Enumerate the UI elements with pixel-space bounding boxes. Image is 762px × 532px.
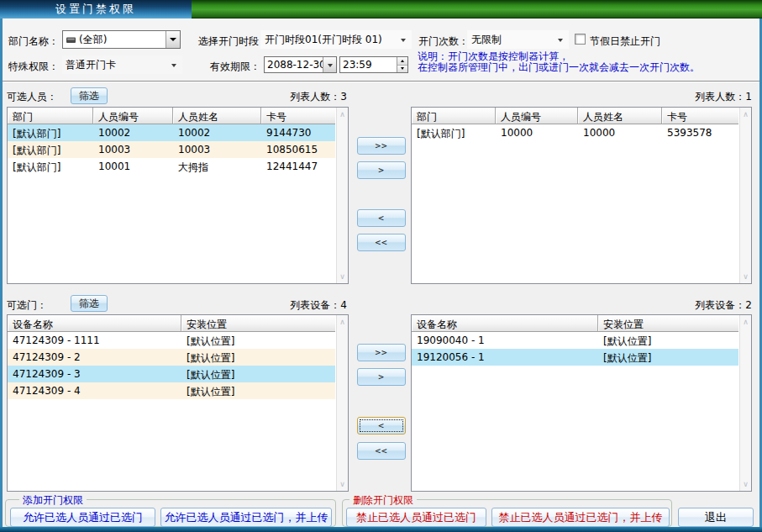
column-header-person-id[interactable]: 人员编号 [93,108,173,124]
scroll-down-icon[interactable]: ∨ [740,272,751,281]
doors-filter-button[interactable]: 筛选 [71,295,108,312]
open-count-combobox[interactable]: 无限制 [467,30,569,49]
table-cell: [默认位置] [181,382,335,399]
table-cell: 47124309 - 3 [8,366,181,382]
people-available-scrollbar[interactable]: ∧ ∨ [336,108,348,283]
column-header-install-location[interactable]: 安装位置 [181,315,335,332]
department-value: (全部) [76,33,166,47]
special-permission-combobox[interactable]: 普通开门卡 [62,55,182,74]
exit-button[interactable]: 退出 [678,508,754,527]
special-permission-value: 普通开门卡 [62,58,171,72]
table-row[interactable]: [默认部门]10001大拇指12441447 [8,158,335,175]
table-row[interactable]: [默认部门]100031000310850615 [8,141,335,158]
table-row[interactable]: 47124309 - 2[默认位置] [8,349,335,366]
table-cell: 5393578 [662,124,738,141]
table-row[interactable]: 47124309 - 3[默认位置] [8,366,335,382]
open-count-dropdown-arrow-icon [558,39,563,45]
scroll-down-icon[interactable]: ∨ [337,272,348,281]
window-border-bottom [0,527,762,532]
doors-move-one-left-button[interactable]: < [357,417,406,435]
time-spin-down-icon[interactable] [397,66,407,73]
table-row[interactable]: [默认部门]10002100029144730 [8,124,335,141]
people-move-all-right-button[interactable]: >> [357,137,406,155]
scroll-down-icon[interactable]: ∨ [337,480,348,488]
add-permission-group-label: 添加开门权限 [19,493,87,508]
scroll-up-icon[interactable]: ∧ [740,318,751,326]
holiday-forbid-label: 节假日禁止开门 [590,34,660,49]
open-period-label: 选择开门时段： [198,34,269,49]
department-combobox[interactable]: (全部) [62,30,181,49]
column-header-person-name[interactable]: 人员姓名 [173,108,261,124]
column-header-card-no[interactable]: 卡号 [662,108,738,124]
column-header-install-location[interactable]: 安装位置 [598,315,738,332]
people-selected-table-header: 部门 人员编号 人员姓名 卡号 [412,108,738,124]
doors-move-one-right-button[interactable]: > [357,368,406,386]
deny-selected-upload-button[interactable]: 禁止已选人员通过已选门，并上传 [491,508,670,527]
table-cell: 47124309 - 4 [8,382,181,399]
validity-date-dropdown-arrow-icon[interactable] [323,57,336,72]
table-row[interactable]: 47124309 - 1111[默认位置] [8,332,335,349]
allow-selected-button[interactable]: 允许已选人员通过已选门 [10,508,155,527]
special-permission-label: 特殊权限： [8,60,59,74]
tab-set-door-permission[interactable]: 设置门禁权限 [0,0,192,18]
doors-selected-table: 设备名称 安装位置 19090040 - 1[默认位置]19120056 - 1… [411,314,752,492]
people-available-table-header: 部门 人员编号 人员姓名 卡号 [8,108,335,124]
validity-label: 有效期限： [210,60,260,74]
column-header-person-name[interactable]: 人员姓名 [578,108,662,124]
department-dropdown-arrow-icon[interactable] [166,31,180,48]
people-move-all-left-button[interactable]: << [357,234,406,251]
deny-selected-button[interactable]: 禁止已选人员通过已选门 [346,508,486,527]
doors-selected-scrollbar[interactable]: ∧ ∨ [739,315,751,491]
table-cell: [默认位置] [181,366,335,382]
validity-time-spinner[interactable]: 23:59 [339,56,408,73]
table-cell: 10850615 [261,141,335,158]
set-door-permission-window: 设置门禁权限 部门名称： (全部) 选择开门时段： 开门时段01(开门时段 01… [0,0,762,532]
people-move-one-left-button[interactable]: < [357,209,406,227]
column-header-device-name[interactable]: 设备名称 [412,315,598,332]
column-header-person-id[interactable]: 人员编号 [496,108,578,124]
table-row[interactable]: 19090040 - 1[默认位置] [412,332,738,349]
time-spin-up-icon[interactable] [397,57,407,66]
table-cell: 47124309 - 1111 [8,332,181,349]
table-cell: 19120056 - 1 [412,349,598,366]
form-divider [3,81,759,82]
table-cell: 10001 [93,158,173,175]
open-count-value: 无限制 [467,33,558,47]
table-cell: 9144730 [261,124,335,141]
table-row[interactable]: 47124309 - 4[默认位置] [8,382,335,399]
doors-available-count: 列表设备：4 [263,298,347,313]
doors-move-all-right-button[interactable]: >> [357,344,406,361]
people-selected-scrollbar[interactable]: ∧ ∨ [739,108,751,283]
table-cell: 10003 [93,141,173,158]
column-header-device-name[interactable]: 设备名称 [8,315,181,332]
doors-available-scrollbar[interactable]: ∧ ∨ [336,315,348,491]
scroll-up-icon[interactable]: ∧ [337,318,348,326]
scroll-down-icon[interactable]: ∨ [740,480,751,488]
allow-selected-upload-button[interactable]: 允许已选人员通过已选门，并上传 [160,508,332,527]
column-header-department[interactable]: 部门 [412,108,496,124]
window-border-left [0,18,3,527]
open-count-label: 开门次数： [418,34,469,49]
people-available-count: 列表人数：3 [263,90,347,104]
table-cell: 10000 [496,124,578,141]
validity-date-picker[interactable]: 2088-12-30 [264,56,337,73]
doors-move-all-left-button[interactable]: << [357,442,406,460]
doors-available-label: 可选门： [7,298,47,313]
people-filter-button[interactable]: 筛选 [71,87,108,104]
titlebar-green-strip [192,0,762,18]
column-header-card-no[interactable]: 卡号 [261,108,335,124]
table-cell: 10002 [93,124,173,141]
dept-name-label: 部门名称： [8,34,59,49]
doors-selected-table-header: 设备名称 安装位置 [412,315,738,332]
table-row[interactable]: [默认部门]10000100005393578 [412,124,738,141]
open-period-dropdown-arrow-icon [401,39,406,45]
open-period-combobox[interactable]: 开门时段01(开门时段 01) [260,30,412,49]
scroll-up-icon[interactable]: ∧ [740,110,751,119]
page-title: 设置门禁权限 [55,2,136,17]
holiday-forbid-checkbox[interactable] [575,34,586,45]
table-row[interactable]: 19120056 - 1[默认位置] [412,349,738,366]
people-move-one-right-button[interactable]: > [357,161,406,179]
table-cell: [默认部门] [8,158,93,175]
column-header-department[interactable]: 部门 [8,108,93,124]
scroll-up-icon[interactable]: ∧ [337,110,348,119]
